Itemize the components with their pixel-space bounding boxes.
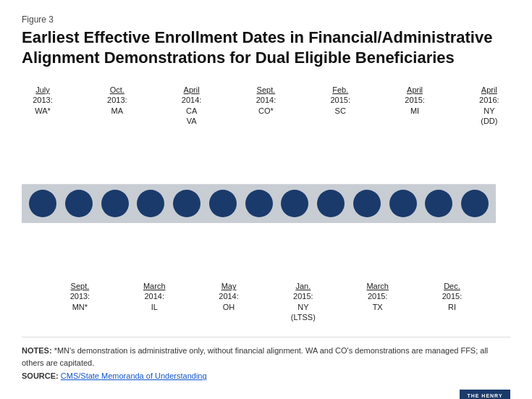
circle-0 [29,190,56,217]
circle-9 [353,190,381,217]
circle-1 [65,190,93,217]
circle-4 [173,190,200,217]
circle-11 [425,190,452,217]
label-below-3: March 2014: IL [140,281,168,322]
label-above-12: April 2016: NY (DD) [476,85,503,126]
label-above-6: Sept. 2014: CO* [252,85,279,126]
timeline-container: July 2013: WA* Oct. 2013: MA April 2014:… [22,85,510,322]
footer-row: THE HENRY J KAISER FAMILY FOUNDATION [22,390,510,399]
source-label: SOURCE: [22,371,59,380]
label-above-4: April 2014: CA VA [178,85,206,126]
label-below-1: Sept. 2013: MN* [66,281,93,322]
logo-box: THE HENRY J KAISER FAMILY FOUNDATION [460,390,510,399]
circle-5 [209,190,237,217]
page-title: Earliest Effective Enrollment Dates in F… [22,28,510,67]
source-line: SOURCE: CMS/State Memoranda of Understan… [22,370,510,382]
label-below-11: Dec. 2015: RI [438,281,465,322]
notes-label: NOTES: [22,346,52,355]
label-above-0: July 2013: WA* [29,85,56,126]
notes-section: NOTES: *MN's demonstration is administra… [22,337,510,382]
below-labels: Sept. 2013: MN* March 2014: IL May 2014:… [22,281,510,322]
source-link[interactable]: CMS/State Memoranda of Understanding [61,371,207,380]
circle-3 [137,190,164,217]
circle-2 [101,190,129,217]
circle-6 [245,190,273,217]
label-above-10: April 2015: MI [401,85,428,126]
above-labels: July 2013: WA* Oct. 2013: MA April 2014:… [22,85,510,126]
circle-12 [461,190,489,217]
notes-body: *MN's demonstration is administrative on… [22,346,488,367]
circle-10 [389,190,417,217]
circle-7 [281,190,308,217]
label-below-5: May 2014: OH [215,281,242,322]
label-above-8: Feb. 2015: SC [326,85,354,126]
label-above-2: Oct. 2013: MA [104,85,131,126]
label-below-9: March 2015: TX [364,281,392,322]
circle-8 [317,190,345,217]
arrow-bar [22,184,510,223]
circles-row [29,190,489,217]
notes-text: NOTES: *MN's demonstration is administra… [22,345,510,369]
figure-label: Figure 3 [22,14,510,25]
label-below-7: Jan. 2015: NY (LTSS) [290,281,317,322]
